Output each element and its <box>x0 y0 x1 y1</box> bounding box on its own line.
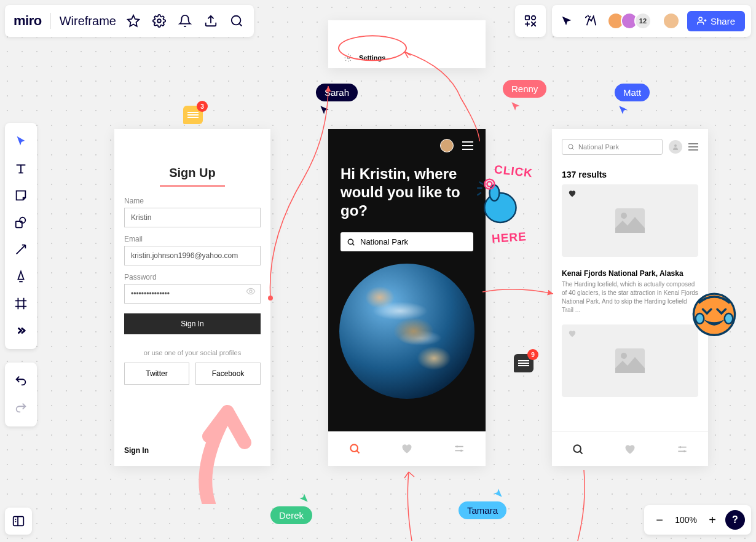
cursor-icon[interactable] <box>558 12 575 29</box>
email-input[interactable] <box>124 246 261 265</box>
nav-heart-icon[interactable] <box>624 443 636 455</box>
svg-point-12 <box>674 144 677 147</box>
frame-results[interactable]: National Park 137 results Kenai Fjords N… <box>552 129 708 466</box>
name-label: Name <box>124 197 261 205</box>
name-input[interactable] <box>124 208 261 227</box>
svg-point-16 <box>621 353 627 359</box>
signup-title: Sign Up <box>124 166 261 180</box>
svg-point-11 <box>569 144 573 149</box>
greeting-text: Hi Kristin, where would you like to go? <box>328 152 486 220</box>
avatar-count: 12 <box>634 12 652 29</box>
password-input[interactable] <box>124 284 261 304</box>
comment-thread[interactable]: 3 <box>183 106 203 124</box>
nav-search-icon[interactable] <box>572 443 584 455</box>
collab-bar: 12 Share <box>552 5 751 37</box>
help-button[interactable]: ? <box>725 510 745 530</box>
eye-icon[interactable] <box>246 286 256 299</box>
more-tools[interactable] <box>5 317 37 344</box>
or-text: or use one of your social profiles <box>124 349 261 356</box>
sticky-tool[interactable] <box>5 182 37 209</box>
comment-count: 9 <box>527 349 538 360</box>
comment-count: 3 <box>197 101 208 112</box>
board-name[interactable]: Wireframe <box>60 14 116 28</box>
export-icon[interactable] <box>202 12 219 29</box>
redo-button[interactable] <box>5 395 37 422</box>
result-card[interactable] <box>562 324 698 397</box>
nav-heart-icon[interactable] <box>401 442 413 455</box>
results-count: 137 results <box>562 170 698 179</box>
comment-thread[interactable]: 9 <box>514 354 534 372</box>
search-icon[interactable] <box>228 12 245 29</box>
select-tool[interactable] <box>5 128 37 155</box>
svg-point-1 <box>232 16 241 25</box>
svg-point-19 <box>489 185 499 201</box>
bell-icon[interactable] <box>176 12 194 29</box>
svg-rect-2 <box>526 16 529 20</box>
svg-point-23 <box>696 313 704 324</box>
user-avatar[interactable] <box>663 12 680 29</box>
nav-search-icon[interactable] <box>348 442 361 455</box>
result-description: The Harding Icefield, which is actually … <box>562 280 698 315</box>
result-card[interactable] <box>562 184 698 257</box>
divider <box>50 13 51 29</box>
shape-tool[interactable] <box>5 209 37 236</box>
user-avatar[interactable] <box>669 140 682 154</box>
star-icon[interactable] <box>125 12 142 29</box>
search-bar[interactable] <box>341 232 473 251</box>
avatar-stack[interactable]: 12 <box>607 12 652 29</box>
twitter-button[interactable]: Twitter <box>124 363 189 385</box>
pen-tool[interactable] <box>5 263 37 290</box>
top-header: miro Wireframe <box>5 5 254 37</box>
zoom-out[interactable]: − <box>650 511 669 529</box>
earth-image <box>339 264 474 399</box>
hamburger-icon[interactable] <box>462 141 473 150</box>
facebook-button[interactable]: Facebook <box>195 363 261 385</box>
undo-button[interactable] <box>5 367 37 395</box>
signin-button[interactable]: Sign In <box>124 313 261 334</box>
heart-icon[interactable] <box>568 189 577 200</box>
hamburger-icon[interactable] <box>688 143 698 151</box>
laugh-sticker[interactable] <box>688 288 740 339</box>
click-here-sticker[interactable]: CLICK HERE <box>465 160 545 246</box>
reactions-icon[interactable] <box>583 12 600 29</box>
svg-point-3 <box>532 16 535 20</box>
bottom-nav <box>328 431 486 466</box>
svg-point-0 <box>157 19 161 23</box>
title-underline <box>160 185 225 187</box>
svg-point-20 <box>484 179 494 189</box>
password-label: Password <box>124 273 261 281</box>
svg-point-24 <box>725 313 733 324</box>
arrow-tool[interactable] <box>5 236 37 263</box>
svg-point-7 <box>250 290 252 293</box>
zoom-level[interactable]: 100% <box>672 515 699 525</box>
search-icon <box>347 238 355 246</box>
text-tool[interactable] <box>5 155 37 182</box>
svg-point-21 <box>487 182 492 187</box>
frame-settings-snippet[interactable]: Settings <box>328 20 486 68</box>
app-logo[interactable]: miro <box>14 13 42 29</box>
svg-point-17 <box>574 445 581 452</box>
search-input[interactable] <box>360 237 467 246</box>
left-toolbar <box>5 123 37 349</box>
frames-panel-button[interactable] <box>5 508 32 535</box>
apps-button[interactable] <box>515 5 546 37</box>
frame-signup[interactable]: Sign Up Name Email Password Sign In or u… <box>114 129 270 466</box>
zoom-in[interactable]: + <box>703 511 722 529</box>
svg-point-9 <box>348 239 353 244</box>
annotation-circle <box>338 35 407 61</box>
nav-filter-icon[interactable] <box>453 442 465 455</box>
user-avatar[interactable] <box>440 139 454 152</box>
frame-home[interactable]: Hi Kristin, where would you like to go? <box>328 129 486 466</box>
search-field[interactable]: National Park <box>562 139 663 155</box>
share-button[interactable]: Share <box>687 11 745 31</box>
heart-icon[interactable] <box>568 329 577 340</box>
email-label: Email <box>124 235 261 243</box>
svg-point-18 <box>484 193 516 222</box>
top-right-bar: 12 Share <box>515 5 751 37</box>
settings-icon[interactable] <box>151 12 168 29</box>
result-title: Kenai Fjords National Park, Alaska <box>562 269 698 278</box>
nav-filter-icon[interactable] <box>676 443 688 455</box>
signin-link[interactable]: Sign In <box>124 446 149 455</box>
svg-point-10 <box>350 444 358 452</box>
frame-tool[interactable] <box>5 290 37 317</box>
